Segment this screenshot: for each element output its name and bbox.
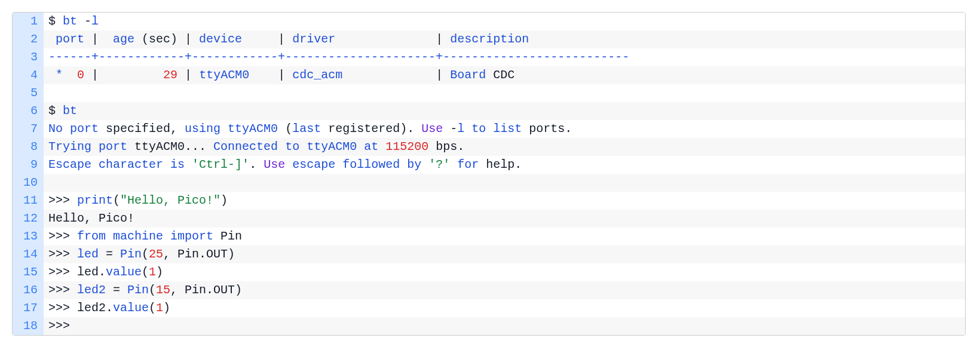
code-token: ( [149, 301, 156, 315]
code-token: | [335, 32, 450, 46]
code-token [400, 158, 407, 171]
code-token: list [493, 122, 522, 136]
code-token: Board [450, 68, 486, 82]
code-line: 5 [13, 84, 965, 102]
code-token [163, 158, 170, 171]
code-token: 1 [149, 265, 156, 279]
line-number: 15 [13, 263, 44, 281]
line-number: 8 [13, 138, 44, 156]
code-token: driver [292, 32, 335, 46]
code-token: >>> led2. [48, 301, 113, 315]
code-content: Hello, Pico! [44, 210, 965, 228]
code-token: * [56, 68, 63, 82]
code-token: | [242, 32, 292, 46]
code-line: 15>>> led.value(1) [13, 263, 965, 281]
code-token: character [99, 158, 163, 171]
code-token: Hello, Pico! [48, 211, 134, 225]
code-token: value [106, 265, 142, 279]
code-token: Pin [120, 247, 142, 261]
code-token: >>> led. [48, 265, 106, 279]
code-token: print [77, 194, 113, 207]
code-token: port [99, 140, 127, 153]
line-number: 6 [13, 102, 44, 120]
code-token: device [199, 32, 242, 46]
code-line: 18>>> [13, 317, 965, 335]
code-token: | [84, 32, 113, 46]
code-line: 2 port | age (sec) | device | driver | d… [13, 30, 965, 48]
code-token: ttyACM0 [307, 140, 357, 153]
code-token [91, 158, 99, 171]
code-token: l [91, 14, 99, 28]
code-token: ( [278, 122, 292, 136]
code-token: help. [479, 158, 522, 171]
code-token [450, 158, 457, 171]
code-content [44, 174, 965, 192]
code-content: * 0 | 29 | ttyACM0 | cdc_acm | Board CDC [44, 66, 965, 84]
code-token [91, 140, 99, 153]
code-line: 11>>> print("Hello, Pico!") [13, 192, 965, 210]
code-token: registered). [321, 122, 421, 136]
code-token [163, 229, 170, 243]
code-token: $ [48, 14, 63, 28]
code-line: 8Trying port ttyACM0... Connected to tty… [13, 138, 965, 156]
code-token: No [48, 122, 63, 136]
line-number: 5 [13, 84, 44, 102]
code-line: 14>>> led = Pin(25, Pin.OUT) [13, 245, 965, 263]
code-token: ( [142, 247, 149, 261]
code-token: | [342, 68, 450, 82]
code-token: - [443, 122, 457, 136]
code-content: ------+------------+------------+-------… [44, 48, 965, 66]
code-token [48, 68, 56, 82]
code-token: (sec) | [134, 32, 199, 46]
line-number: 13 [13, 228, 44, 245]
code-token: using [185, 122, 220, 136]
code-token: 25 [149, 247, 163, 261]
code-token [185, 158, 192, 171]
code-token: ) [220, 194, 228, 207]
line-number: 16 [13, 281, 44, 299]
code-token: bps. [428, 140, 464, 153]
line-number: 10 [13, 174, 44, 192]
code-token: 15 [156, 283, 170, 297]
code-token [357, 140, 364, 153]
code-token: CDC [486, 68, 514, 82]
code-token [335, 158, 342, 171]
code-token: value [113, 301, 149, 315]
line-number: 11 [13, 192, 44, 210]
code-line: 17>>> led2.value(1) [13, 299, 965, 317]
code-block: 1$ bt -l2 port | age (sec) | device | dr… [12, 12, 966, 336]
code-content: >>> [44, 317, 965, 335]
code-token: machine [113, 229, 163, 243]
line-number: 12 [13, 210, 44, 228]
line-number: 14 [13, 245, 44, 263]
code-content: >>> led = Pin(25, Pin.OUT) [44, 245, 965, 263]
code-token: l [457, 122, 464, 136]
code-token [48, 32, 56, 46]
code-token: import [170, 229, 213, 243]
code-token: Pin [213, 229, 242, 243]
code-token: to [285, 140, 299, 153]
code-content: port | age (sec) | device | driver | des… [44, 30, 965, 48]
code-token: description [450, 32, 529, 46]
code-token: 'Ctrl-]' [192, 158, 249, 171]
code-token: Trying [48, 140, 91, 153]
code-line: 10 [13, 174, 965, 192]
code-content: Trying port ttyACM0... Connected to ttyA… [44, 138, 965, 156]
code-token: port [70, 122, 99, 136]
code-token: ( [113, 194, 120, 207]
line-number: 7 [13, 120, 44, 138]
code-line: 7No port specified, using ttyACM0 (last … [13, 120, 965, 138]
code-token: ) [163, 301, 170, 315]
code-token: cdc_acm [292, 68, 342, 82]
code-token: ports. [522, 122, 572, 136]
line-number: 17 [13, 299, 44, 317]
code-token: age [113, 32, 134, 46]
code-content: >>> led2 = Pin(15, Pin.OUT) [44, 281, 965, 299]
code-content: Escape character is 'Ctrl-]'. Use escape… [44, 156, 965, 174]
code-token: ( [142, 265, 149, 279]
code-token: 115200 [385, 140, 428, 153]
code-token: led [77, 247, 99, 261]
code-line: 13>>> from machine import Pin [13, 228, 965, 245]
code-token: >>> [48, 229, 77, 243]
code-token: , Pin.OUT) [163, 247, 235, 261]
